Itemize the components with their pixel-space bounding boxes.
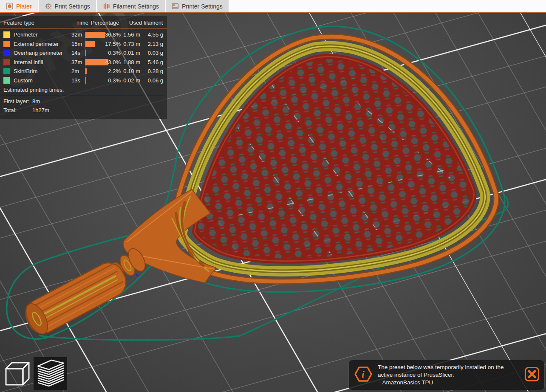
tab-printer-settings[interactable]: Printer Settings (166, 0, 229, 12)
legend-row-overhang-perimeter: Overhang perimeter 14s 0.3% 0.01 m 0.03 … (0, 48, 167, 58)
close-icon (524, 367, 540, 384)
legend-row-perimeter: Perimeter 32m 36.8% 1.56 m 4.55 g (0, 30, 167, 39)
percentage-value: 0.3% (108, 50, 121, 56)
filament-weight: 0.03 g (140, 50, 163, 56)
tab-label: Printer Settings (182, 3, 223, 10)
time-value: 2m (70, 68, 85, 74)
feature-label: Perimeter (14, 31, 70, 38)
filament-icon (103, 3, 110, 10)
time-value: 13s (70, 77, 85, 84)
legend-panel: Feature type Time Percentage Used filame… (0, 16, 167, 119)
col-feature-type: Feature type (3, 20, 70, 26)
time-value: 32m (70, 31, 85, 38)
preset-name: - AmazonBasics TPU (378, 379, 524, 386)
feature-label: Skirt/Brim (14, 68, 70, 74)
filament-length: 0.02 m (121, 77, 140, 84)
col-percentage: Percentage (88, 20, 124, 26)
color-swatch (3, 59, 10, 65)
percentage-bar (85, 77, 86, 84)
first-layer-label: First layer: (3, 98, 32, 104)
preview-view-button[interactable] (34, 357, 67, 390)
tab-label: Print Settings (55, 3, 90, 10)
cube-icon (3, 359, 31, 389)
percentage-value: 43.0% (105, 59, 121, 65)
time-value: 14s (70, 50, 85, 56)
col-time: Time (70, 20, 88, 26)
filament-weight: 0.28 g (140, 68, 163, 74)
percentage-value: 36.8% (105, 31, 121, 38)
time-value: 37m (70, 59, 85, 65)
tab-bar: Plater Print Settings Filament Settings … (0, 0, 546, 13)
notification-toast: i The preset below was temporarily insta… (348, 360, 545, 390)
legend-header: Feature type Time Percentage Used filame… (0, 19, 167, 28)
times-title: Estimated printing times: (3, 87, 164, 93)
tab-filament-settings[interactable]: Filament Settings (97, 0, 165, 12)
percentage-value: 2.2% (108, 68, 121, 74)
viewport-3d[interactable]: ORIGINAL PRUSA (0, 13, 546, 392)
filament-length: 0.73 m (121, 41, 140, 47)
filament-length: 1.88 m (121, 59, 140, 65)
feature-label: Internal infill (14, 59, 70, 65)
time-value: 15m (70, 41, 85, 47)
feature-label: Custom (14, 77, 70, 84)
first-layer-value: 8m (32, 98, 164, 104)
percentage-bar (85, 50, 86, 56)
legend-row-internal-infill: Internal infill 37m 43.0% 1.88 m 5.46 g (0, 58, 167, 67)
percentage-bar (85, 32, 105, 38)
color-swatch (3, 41, 10, 47)
printer-icon (172, 3, 179, 10)
gear-icon (45, 3, 52, 10)
total-label: Total: (3, 107, 32, 113)
legend-row-skirt-brim: Skirt/Brim 2m 2.2% 0.10 m 0.28 g (0, 67, 167, 76)
filament-length: 0.01 m (121, 50, 140, 56)
percentage-bar (85, 41, 95, 47)
prusaslicer-window: Plater Print Settings Filament Settings … (0, 0, 546, 392)
filament-length: 1.56 m (121, 31, 140, 38)
tab-label: Filament Settings (113, 3, 159, 10)
filament-weight: 2.13 g (140, 41, 163, 47)
info-icon: i (354, 366, 373, 385)
filament-weight: 4.55 g (140, 31, 163, 38)
percentage-bar (85, 68, 87, 75)
color-swatch (3, 31, 10, 38)
tab-plater[interactable]: Plater (0, 0, 38, 12)
percentage-value: 17.5% (105, 41, 121, 47)
legend-row-custom: Custom 13s 0.3% 0.02 m 0.06 g (0, 76, 167, 85)
filament-length: 0.10 m (121, 68, 140, 74)
filament-weight: 0.06 g (140, 77, 163, 84)
feature-label: Overhang perimeter (14, 50, 70, 56)
feature-label: External perimeter (14, 41, 70, 47)
percentage-value: 0.3% (108, 77, 121, 84)
tab-label: Plater (16, 3, 32, 10)
view-mode-buttons (0, 357, 67, 390)
color-swatch (3, 50, 10, 56)
overhang-perimeter-dot (136, 274, 138, 276)
filament-weight: 5.46 g (140, 59, 163, 65)
estimated-times: Estimated printing times: First layer: 8… (0, 85, 167, 115)
legend-divider (0, 28, 167, 28)
close-notification-button[interactable] (524, 367, 540, 383)
plater-icon (6, 3, 13, 10)
tab-print-settings[interactable]: Print Settings (39, 0, 96, 12)
layers-icon (36, 359, 65, 389)
editor-view-button[interactable] (0, 357, 34, 390)
legend-row-external-perimeter: External perimeter 15m 17.5% 0.73 m 2.13… (0, 39, 167, 49)
col-used-filament: Used filament (124, 20, 170, 26)
color-swatch (3, 68, 10, 74)
total-value: 1h27m (32, 107, 164, 113)
times-divider (3, 95, 164, 95)
color-swatch (3, 77, 10, 84)
svg-text:i: i (362, 369, 365, 380)
notification-message: The preset below was temporarily install… (378, 364, 524, 386)
